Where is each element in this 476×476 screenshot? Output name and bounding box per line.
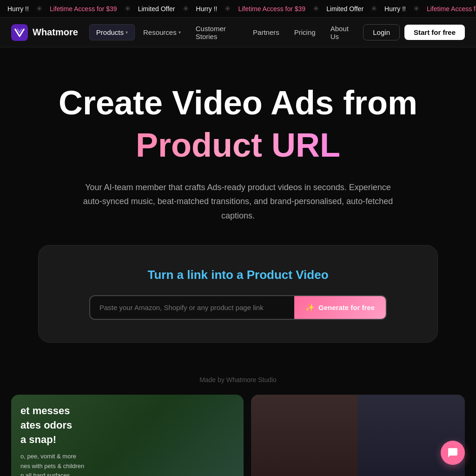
video-cards: et messes ates odors a snap! o, pee, vom…: [0, 395, 476, 476]
generate-label: Generate for free: [318, 304, 375, 311]
cta-input-row: ✨ Generate for free: [89, 295, 387, 320]
ticker-item-hurry-3: Hurry !!: [377, 5, 413, 13]
hero-title-line1: Create Video Ads from: [28, 85, 448, 121]
nav-label-partners: Partners: [253, 28, 279, 36]
start-for-free-button[interactable]: Start for free: [404, 25, 465, 40]
ticker-star-5: ✳: [313, 4, 319, 13]
nav-item-products[interactable]: Products ▾: [89, 24, 135, 40]
video-card-right: [251, 395, 465, 476]
chevron-down-icon-2: ▾: [178, 30, 181, 35]
video-card-face-left: [251, 395, 358, 476]
nav-right: Login Start for free: [363, 24, 465, 40]
nav-item-about-us[interactable]: About Us: [324, 21, 360, 44]
video-card-left: et messes ates odors a snap! o, pee, vom…: [11, 395, 244, 476]
chat-icon: [447, 447, 458, 458]
nav-item-resources[interactable]: Resources ▾: [137, 25, 187, 40]
nav-label-about-us: About Us: [331, 25, 353, 40]
logo-text: Whatmore: [33, 27, 78, 38]
nav-label-pricing: Pricing: [294, 28, 316, 36]
video-subtext-line1: o, pee, vomit & more: [20, 452, 84, 462]
nav-item-customer-stories[interactable]: Customer Stories: [189, 21, 245, 44]
cta-title: Turn a link into a Product Video: [57, 268, 419, 282]
hero-subtitle: Your AI-team member that crafts Ads-read…: [75, 180, 401, 223]
ticker-star-7: ✳: [413, 4, 419, 13]
video-subtext-line3: n all hard surfaces: [20, 471, 84, 476]
ticker-star-2: ✳: [125, 4, 131, 13]
hero-section: Create Video Ads from Product URL Your A…: [0, 47, 476, 361]
chevron-down-icon: ▾: [126, 30, 128, 35]
video-subtext: o, pee, vomit & more nes with pets & chi…: [20, 452, 84, 476]
ticker-item-lifetime-2: Lifetime Access for $39: [231, 5, 313, 13]
ticker-item-limited-1: Limited Offer: [131, 5, 183, 13]
cta-title-colored: Product Video: [247, 268, 329, 282]
ticker-item-lifetime-1: Lifetime Access for $39: [42, 5, 125, 13]
video-text-line2: ates odors: [20, 418, 84, 433]
video-subtext-line2: nes with pets & children: [20, 462, 84, 471]
ticker-bar: Hurry !! ✳ Lifetime Access for $39 ✳ Lim…: [0, 0, 476, 18]
ticker-item-lifetime-3: Lifetime Access for $39: [419, 5, 476, 13]
video-card-text: et messes ates odors a snap! o, pee, vom…: [20, 404, 84, 476]
nav-items: Products ▾ Resources ▾ Customer Stories …: [89, 21, 359, 44]
ticker-item-hurry-2: Hurry !!: [189, 5, 225, 13]
logo[interactable]: Whatmore: [11, 24, 78, 41]
ticker-star-6: ✳: [371, 4, 377, 13]
nav-label-products: Products: [96, 28, 124, 36]
cta-title-plain: Turn a link into a: [147, 268, 246, 282]
logo-icon: [11, 24, 28, 41]
login-button[interactable]: Login: [363, 24, 400, 40]
made-by-label: Made by Whatmore Studio: [0, 361, 476, 395]
video-text-line3: a snap!: [20, 433, 84, 447]
hero-title-line2: Product URL: [28, 125, 448, 165]
ticker-star-4: ✳: [225, 4, 231, 13]
chat-bubble[interactable]: [441, 441, 465, 465]
nav-label-customer-stories: Customer Stories: [196, 25, 238, 40]
cta-box: Turn a link into a Product Video ✨ Gener…: [38, 245, 438, 343]
nav-item-pricing[interactable]: Pricing: [288, 25, 322, 40]
ticker-item-limited-2: Limited Offer: [319, 5, 371, 13]
video-text-line1: et messes: [20, 404, 84, 418]
navbar: Whatmore Products ▾ Resources ▾ Customer…: [0, 18, 476, 47]
ticker-star-3: ✳: [183, 4, 189, 13]
nav-item-partners[interactable]: Partners: [246, 25, 286, 40]
ticker-item-hurry-1: Hurry !!: [0, 5, 36, 13]
product-url-input[interactable]: [90, 296, 294, 319]
ticker-star-1: ✳: [36, 4, 42, 13]
nav-label-resources: Resources: [143, 28, 177, 36]
ticker-inner: Hurry !! ✳ Lifetime Access for $39 ✳ Lim…: [0, 4, 476, 13]
video-card-left-content: et messes ates odors a snap! o, pee, vom…: [20, 404, 84, 476]
sparkle-icon: ✨: [305, 303, 315, 312]
generate-button[interactable]: ✨ Generate for free: [294, 296, 386, 319]
